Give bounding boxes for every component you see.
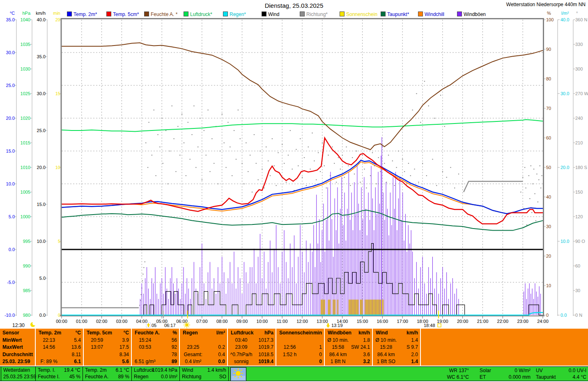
x-axis-label: 03:00 [116,319,128,324]
cell-value: 3.9 [122,337,129,343]
cell-time: 0.4 l/m² [180,359,206,364]
table-column-windb-en: Windböenkm/hØ 10 min.1.815:58SW 24.186.4… [325,329,373,366]
row-label: MaxWert [0,344,35,351]
svg-text:35.0: 35.0 [6,17,15,22]
svg-text:°: ° [576,11,578,16]
cell-time: 1:52 h [276,352,303,357]
cell-value: 78 [172,352,177,357]
x-axis-label: 04:00 [136,319,148,324]
cell-value: 56 [172,337,177,343]
svg-text:120: 120 [575,214,583,219]
row-label: 25.03. 23:59 [0,359,35,366]
status-right-value: 4.4 °C [541,374,586,381]
svg-text:1040: 1040 [21,17,30,22]
svg-text:15.0: 15.0 [37,202,46,207]
cell-value: 0.0 [218,359,225,364]
cell-value: 5.4 [74,337,81,343]
row-label: MinWert [0,337,35,344]
svg-text:1030: 1030 [21,66,30,71]
svg-text:180 S: 180 S [575,165,587,170]
svg-text:980: 980 [23,313,30,318]
x-axis-label: 23:00 [517,319,528,324]
svg-text:10: 10 [55,165,60,170]
column-header: Windböen [325,330,361,336]
svg-text:30.0: 30.0 [6,50,15,55]
column-header: Temp. 5cm [84,330,120,336]
svg-text:80: 80 [546,76,551,81]
svg-text:300: 300 [575,66,583,71]
svg-text:1010: 1010 [21,165,30,170]
svg-text:10.0: 10.0 [6,181,15,186]
cell-value: 1.4 [411,337,418,343]
x-axis-label: 20:00 [457,319,469,324]
status-right-value: WC 6.1°C [420,374,469,381]
svg-text:25.0: 25.0 [37,128,46,133]
svg-text:0 N: 0 N [575,313,582,318]
x-axis-label: 17:00 [397,319,408,324]
svg-text:30: 30 [546,224,551,229]
svg-text:20: 20 [546,254,551,258]
svg-text:20: 20 [55,17,60,22]
cell-time: 23:09 [228,344,255,350]
cell-time: 86.4 km [325,352,351,357]
cell-time: 20:59 [84,337,110,343]
svg-text:min: min [53,11,60,16]
svg-text:60: 60 [546,135,551,140]
x-axis-label: 24:00 [537,319,549,324]
svg-text:1000: 1000 [21,214,30,219]
svg-text:-10.0: -10.0 [5,313,15,318]
x-axis-label: 15:00 [357,319,368,324]
status-value: 45 % [69,374,80,380]
sunset-time: 18:48 [424,323,435,328]
cell-value: 1019.7 [258,344,273,350]
cell-value: 1018.5 [258,352,273,357]
svg-text:25.0: 25.0 [6,83,15,88]
sun-icon [184,322,190,328]
svg-text:50: 50 [546,165,551,170]
svg-text:40.0: 40.0 [37,17,46,22]
svg-text:70: 70 [546,106,551,111]
svg-text:990: 990 [23,263,30,268]
svg-text:0.0: 0.0 [560,313,567,318]
svg-text:1005: 1005 [21,190,30,194]
status-cell-3: Luftdruck1019.4 hPaRegen0.0 l/m² [132,367,180,381]
cell-time: 22:13 [36,337,62,343]
cell-time: 6.51 g/m³ [132,359,158,364]
svg-text:20.0: 20.0 [6,116,15,121]
status-cell-1: Temp. I.19.4 °CFeuchte I.45 % [36,367,83,381]
cell-time: 12:56 [276,344,303,350]
svg-text:1015: 1015 [21,140,30,145]
svg-text:150: 150 [575,190,583,194]
svg-text:km/h: km/h [36,11,46,16]
svg-text:05: 05 [152,323,156,328]
svg-text:995: 995 [23,239,30,244]
x-axis-label: 12:00 [296,319,308,324]
column-header: Sonnenschein [276,330,312,336]
svg-text:15.0: 15.0 [6,149,15,153]
x-axis-label: 11:00 [277,319,288,324]
cell-time: Ø 10 min. [373,337,399,343]
x-axis-label: 07:00 [196,319,208,324]
status-label: Regen [134,374,148,380]
x-axis-label: 19:00 [437,319,448,324]
moonset-time: 13:19 [331,323,343,328]
svg-text:330: 330 [575,42,583,47]
svg-text:0: 0 [58,313,60,318]
wind-direction-line [464,181,523,192]
svg-text:-5.0: -5.0 [7,280,15,285]
svg-text:5: 5 [58,239,60,244]
svg-text:10: 10 [546,283,551,288]
status-cell-0: Wetterdaten25.03.25 23:59 [1,367,36,381]
cell-value: 3.2 [363,359,370,364]
cell-value: 0 [319,352,322,357]
svg-text:30.0: 30.0 [37,91,46,96]
cell-time: Gesamt: [180,352,206,357]
sunshine-bars [321,300,384,315]
svg-text:240: 240 [575,116,583,121]
column-header: Temp. 2m [36,330,72,336]
column-unit: l/m² [216,330,225,336]
cell-value: 6.1 [74,359,81,364]
cell-value: 0.2 [218,344,225,350]
cell-value: 13.6 [71,344,81,350]
status-value: SO [219,374,226,380]
